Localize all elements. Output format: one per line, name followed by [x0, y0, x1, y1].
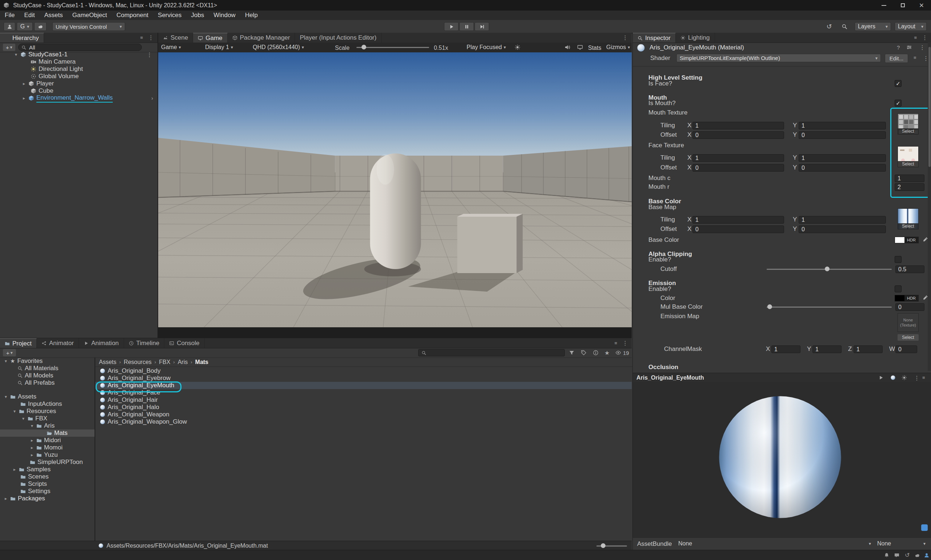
eyedropper-icon[interactable]: [922, 295, 928, 301]
tree-aris[interactable]: ▾ Aris: [0, 422, 95, 429]
menu-edit[interactable]: Edit: [19, 12, 39, 19]
base-tiling-x-field[interactable]: 1: [692, 216, 784, 224]
face-texture-thumbnail[interactable]: Select: [897, 146, 919, 167]
channel-mask-z-field[interactable]: 1: [854, 345, 883, 353]
tree-all-prefabs[interactable]: All Prefabs: [0, 379, 95, 386]
kebab-icon[interactable]: ⋮: [922, 34, 928, 41]
console-message-icon[interactable]: [894, 552, 900, 558]
scene-kebab-icon[interactable]: ⋮: [146, 51, 157, 58]
tree-packages[interactable]: ▸ Packages: [0, 495, 95, 502]
base-color-swatch[interactable]: HDR: [895, 237, 919, 243]
tab-animator[interactable]: Animator: [37, 338, 79, 348]
eyedropper-icon[interactable]: [922, 237, 928, 243]
tree-assets[interactable]: ▾ Assets: [0, 393, 95, 400]
menu-help[interactable]: Help: [240, 12, 263, 19]
mul-base-color-slider[interactable]: [766, 303, 892, 311]
material-preview-render[interactable]: [633, 382, 931, 537]
preview-debug-icon[interactable]: [921, 525, 928, 531]
tree-samples[interactable]: ▸ Samples: [0, 466, 95, 473]
preview-sphere-icon[interactable]: [890, 375, 896, 380]
tab-project[interactable]: Project: [0, 338, 37, 348]
hierarchy-item-cube[interactable]: Cube: [0, 87, 157, 95]
breadcrumb-assets[interactable]: Assets: [99, 359, 116, 365]
tab-game[interactable]: Game: [193, 33, 227, 43]
menu-gameobject[interactable]: GameObject: [68, 12, 112, 19]
file-aris-original-halo[interactable]: Aris_Original_Halo: [95, 404, 632, 411]
tab-console[interactable]: Console: [165, 338, 205, 348]
tree-mats-selected[interactable]: Mats: [0, 429, 95, 437]
shader-edit-button[interactable]: Edit...: [885, 54, 908, 63]
presets-icon[interactable]: [906, 45, 912, 50]
alpha-enable-checkbox[interactable]: [895, 256, 902, 263]
undo-history-button[interactable]: ↺: [823, 22, 835, 31]
channel-mask-w-field[interactable]: 0: [896, 345, 917, 353]
tab-lighting[interactable]: Lighting: [676, 33, 715, 43]
scale-slider[interactable]: [356, 44, 429, 51]
mul-base-color-field[interactable]: 0: [896, 303, 925, 311]
display-dropdown[interactable]: Display 1▾: [205, 44, 233, 51]
panel-menu-icon[interactable]: ≡: [914, 35, 917, 40]
minimize-button[interactable]: [874, 0, 893, 11]
tree-scenes[interactable]: Scenes: [0, 473, 95, 480]
panel-menu-icon[interactable]: ≡: [614, 341, 617, 345]
game-render[interactable]: [158, 52, 632, 327]
collab-status-icon[interactable]: [924, 552, 929, 558]
face-offset-y-field[interactable]: 0: [799, 164, 886, 172]
breadcrumb-mats[interactable]: Mats: [195, 359, 208, 365]
tree-resources[interactable]: ▾ Resources: [0, 408, 95, 415]
emission-map-none-box[interactable]: None(Texture): [897, 313, 919, 332]
menu-component[interactable]: Component: [112, 12, 153, 19]
menu-jobs[interactable]: Jobs: [186, 12, 209, 19]
assetbundle-dropdown[interactable]: None▾: [678, 540, 871, 547]
play-focused-dropdown[interactable]: Play Focused▾: [466, 44, 506, 51]
channel-mask-x-field[interactable]: 1: [771, 345, 800, 353]
project-search-input[interactable]: [428, 349, 562, 356]
metrics-icon[interactable]: [577, 45, 583, 50]
game-mode-dropdown[interactable]: Game▾: [161, 44, 181, 51]
layout-dropdown[interactable]: Layout▾: [895, 22, 926, 31]
cloud-button[interactable]: [34, 22, 46, 31]
preview-header[interactable]: Aris_Original_EyeMouth ⋮ ≡: [633, 373, 931, 383]
mouth-c-field[interactable]: 1: [895, 175, 925, 182]
mouth-texture-thumbnail[interactable]: Select: [897, 114, 919, 135]
select-texture-button[interactable]: Select: [898, 223, 918, 229]
tree-scripts[interactable]: Scripts: [0, 480, 95, 488]
channel-mask-y-field[interactable]: 1: [813, 345, 842, 353]
kebab-icon[interactable]: ⋮: [914, 375, 920, 382]
assetbundle-variant-dropdown[interactable]: None▾: [877, 540, 926, 547]
add-gameobject-button[interactable]: +▾: [3, 44, 15, 51]
tab-timeline[interactable]: Timeline: [124, 338, 165, 348]
tree-settings[interactable]: Settings: [0, 488, 95, 495]
menu-window[interactable]: Window: [209, 12, 240, 19]
hierarchy-search-input[interactable]: [28, 44, 138, 51]
file-aris-original-body[interactable]: Aris_Original_Body: [95, 367, 632, 375]
file-aris-original-weapon[interactable]: Aris_Original_Weapon: [95, 411, 632, 418]
base-offset-x-field[interactable]: 0: [692, 225, 784, 233]
face-tiling-x-field[interactable]: 1: [692, 154, 784, 162]
kebab-icon[interactable]: ⋮: [919, 44, 925, 51]
tree-simpleurptoon[interactable]: SimpleURPToon: [0, 458, 95, 466]
info-icon[interactable]: [593, 350, 599, 355]
save-search-star-icon[interactable]: ★: [605, 349, 609, 356]
mute-audio-icon[interactable]: [565, 45, 570, 50]
account-initial-button[interactable]: G▾: [17, 22, 33, 31]
maximize-button[interactable]: [893, 0, 912, 11]
search-by-label-icon[interactable]: [581, 350, 586, 355]
panel-menu-icon[interactable]: ≡: [140, 35, 143, 40]
tree-midori[interactable]: ▸ Midori: [0, 437, 95, 444]
breadcrumb-resources[interactable]: Resources: [124, 359, 151, 365]
mouth-tiling-x-field[interactable]: 1: [692, 122, 784, 129]
stats-button[interactable]: Stats: [588, 45, 601, 51]
menu-file[interactable]: File: [0, 12, 19, 19]
vsync-icon[interactable]: [515, 45, 520, 50]
inspector-scrollbar[interactable]: [928, 43, 931, 371]
face-offset-x-field[interactable]: 0: [692, 164, 784, 172]
search-by-type-icon[interactable]: [569, 350, 575, 355]
tab-scene[interactable]: Scene: [158, 33, 193, 43]
menu-icon[interactable]: ≡: [922, 375, 925, 380]
preview-play-icon[interactable]: [878, 375, 884, 380]
play-button[interactable]: [444, 22, 459, 31]
select-texture-button[interactable]: Select: [898, 128, 918, 134]
breadcrumb-fbx[interactable]: FBX: [159, 359, 170, 365]
hierarchy-item-global-volume[interactable]: Global Volume: [0, 73, 157, 80]
